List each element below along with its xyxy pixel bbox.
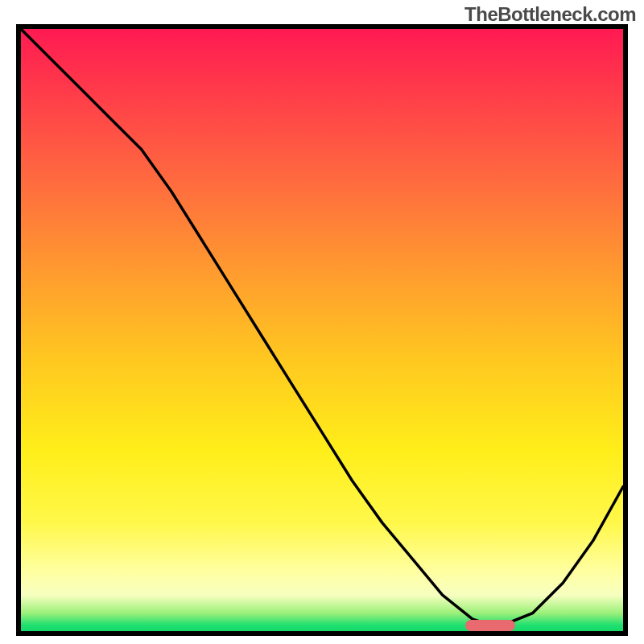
optimal-point-marker (465, 620, 515, 631)
bottleneck-curve-path (21, 29, 623, 625)
chart-plot-area (16, 24, 628, 636)
watermark-text: TheBottleneck.com (464, 3, 636, 26)
chart-curve-svg (21, 29, 623, 631)
